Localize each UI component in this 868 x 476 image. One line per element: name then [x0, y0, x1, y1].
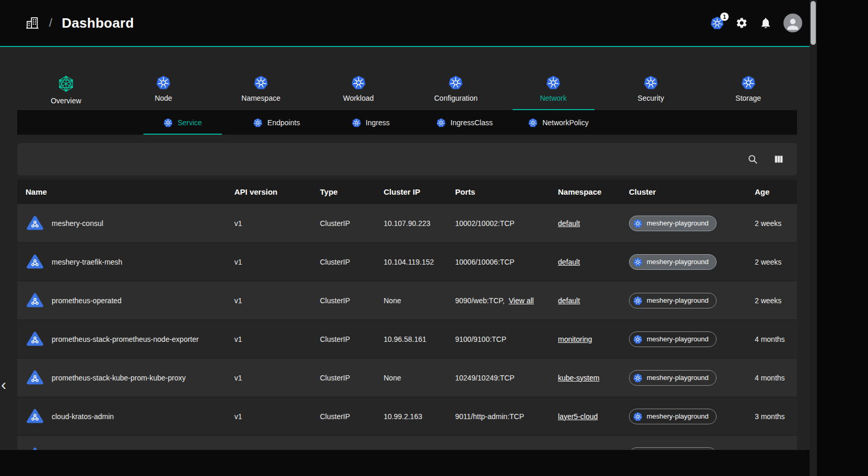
table-row[interactable]: meshery-consul v1 ClusterIP 10.107.90.22… — [17, 204, 797, 243]
namespace-link[interactable]: default — [558, 296, 580, 305]
column-header-api-version[interactable]: API version — [226, 187, 312, 196]
kubernetes-icon — [633, 257, 643, 267]
column-header-namespace[interactable]: Namespace — [550, 187, 621, 196]
cluster-ip: None — [375, 296, 447, 305]
namespace-link[interactable]: kube-system — [558, 374, 599, 382]
search-icon[interactable] — [747, 153, 758, 165]
kubernetes-context-button[interactable]: 1 — [710, 16, 724, 30]
tab-workload[interactable]: Workload — [310, 68, 407, 110]
namespace-link[interactable]: monitoring — [558, 335, 592, 343]
service-icon — [26, 369, 44, 386]
age: 4 months — [746, 335, 797, 343]
kubernetes-icon — [633, 219, 643, 228]
cluster-chip[interactable]: meshery-playground — [629, 409, 717, 424]
tab-namespace[interactable]: Namespace — [212, 68, 310, 110]
tab-network[interactable]: Network — [505, 68, 602, 110]
breadcrumb-separator: / — [49, 16, 52, 30]
page-title: Dashboard — [62, 15, 134, 31]
service-type: ClusterIP — [312, 258, 375, 266]
subtab-label: Endpoints — [267, 118, 300, 127]
column-header-age[interactable]: Age — [746, 187, 797, 196]
cluster-ip: 10.107.90.223 — [375, 219, 447, 228]
cluster-ip: 10.104.119.152 — [375, 258, 447, 266]
subtab-label: Service — [177, 118, 202, 127]
tab-label: Namespace — [242, 94, 281, 102]
tab-label: Security — [638, 94, 664, 102]
column-header-type[interactable]: Type — [312, 187, 375, 196]
service-name: prometheus-stack-prometheus-node-exporte… — [52, 335, 199, 343]
cluster-ip: 10.96.58.161 — [375, 335, 447, 343]
tab-label: Workload — [343, 94, 374, 102]
service-type: ClusterIP — [312, 219, 375, 228]
age: 3 months — [746, 412, 797, 421]
topbar-actions: 1 — [710, 14, 804, 32]
subtab-ingress[interactable]: Ingress — [331, 110, 410, 135]
column-header-ports[interactable]: Ports — [447, 187, 550, 196]
kubernetes-icon — [253, 118, 263, 127]
tab-label: Storage — [735, 94, 761, 102]
scrollbar-thumb[interactable] — [811, 1, 816, 45]
table-header: NameAPI versionTypeCluster IPPortsNamesp… — [17, 180, 797, 204]
cluster-chip[interactable]: meshery-playground — [629, 370, 717, 386]
kubernetes-icon — [633, 373, 643, 383]
app-window: / Dashboard 1 Overview Node Namespace — [0, 0, 810, 476]
namespace-link[interactable]: default — [558, 258, 580, 266]
table-row[interactable]: prometheus-operated v1 ClusterIP None 90… — [17, 281, 797, 320]
subtab-endpoints[interactable]: Endpoints — [237, 110, 316, 135]
api-version: v1 — [226, 296, 312, 305]
column-header-name[interactable]: Name — [17, 187, 226, 196]
tab-security[interactable]: Security — [602, 68, 700, 110]
namespace-link[interactable]: layer5-cloud — [558, 412, 598, 421]
view-all-link[interactable]: View all — [509, 296, 534, 305]
table-body: meshery-consul v1 ClusterIP 10.107.90.22… — [17, 204, 797, 474]
table-toolbar — [17, 143, 797, 175]
notifications-bell-icon[interactable] — [759, 17, 772, 29]
subtab-ingressclass[interactable]: IngressClass — [425, 110, 504, 135]
age: 2 weeks — [746, 219, 797, 228]
collapse-drawer-chevron[interactable]: ‹ — [1, 377, 6, 392]
column-header-cluster[interactable]: Cluster — [621, 187, 746, 196]
column-header-cluster-ip[interactable]: Cluster IP — [375, 187, 447, 196]
subtab-networkpolicy[interactable]: NetworkPolicy — [519, 110, 598, 135]
table-row[interactable]: prometheus-stack-kube-prom-kube-proxy v1… — [17, 359, 797, 397]
kubernetes-icon — [436, 118, 446, 127]
subtab-service[interactable]: Service — [144, 110, 222, 135]
tab-label: Network — [540, 94, 566, 102]
cluster-chip[interactable]: meshery-playground — [629, 254, 717, 270]
tab-node[interactable]: Node — [115, 68, 212, 110]
cluster-chip-label: meshery-playground — [647, 374, 709, 382]
context-count-badge: 1 — [720, 13, 729, 21]
cluster-chip-label: meshery-playground — [647, 219, 709, 227]
kubernetes-icon — [351, 75, 366, 90]
table-row[interactable]: prometheus-stack-prometheus-node-exporte… — [17, 320, 797, 359]
service-type: ClusterIP — [312, 296, 375, 305]
service-icon — [26, 292, 44, 309]
tab-configuration[interactable]: Configuration — [407, 68, 505, 110]
ports: 9011/http-admin:TCP — [455, 412, 524, 421]
view-columns-icon[interactable] — [773, 153, 784, 165]
kubernetes-icon — [528, 118, 538, 127]
user-avatar[interactable] — [783, 14, 802, 32]
tab-label: Node — [154, 94, 172, 102]
table-row[interactable]: meshery-traefik-mesh v1 ClusterIP 10.104… — [17, 243, 797, 281]
service-name: meshery-consul — [52, 219, 103, 228]
organization-building-icon[interactable] — [25, 16, 40, 30]
table-row[interactable]: cloud-kratos-admin v1 ClusterIP 10.99.2.… — [17, 397, 797, 436]
ports: 9100/9100:TCP — [455, 335, 506, 343]
cluster-chip-label: meshery-playground — [647, 296, 709, 304]
api-version: v1 — [226, 335, 312, 343]
service-icon — [26, 330, 44, 348]
vertical-scrollbar[interactable] — [810, 0, 817, 476]
tab-storage[interactable]: Storage — [699, 68, 797, 110]
api-version: v1 — [226, 219, 312, 228]
subtab-label: NetworkPolicy — [542, 118, 589, 127]
age: 2 weeks — [746, 258, 797, 266]
ports: 10006/10006:TCP — [455, 258, 515, 266]
cluster-chip[interactable]: meshery-playground — [629, 331, 717, 347]
tab-overview[interactable]: Overview — [17, 68, 115, 110]
service-name: meshery-traefik-mesh — [52, 258, 122, 266]
namespace-link[interactable]: default — [558, 219, 580, 228]
cluster-chip[interactable]: meshery-playground — [629, 216, 717, 231]
cluster-chip[interactable]: meshery-playground — [629, 293, 717, 308]
settings-gear-icon[interactable] — [735, 17, 748, 29]
